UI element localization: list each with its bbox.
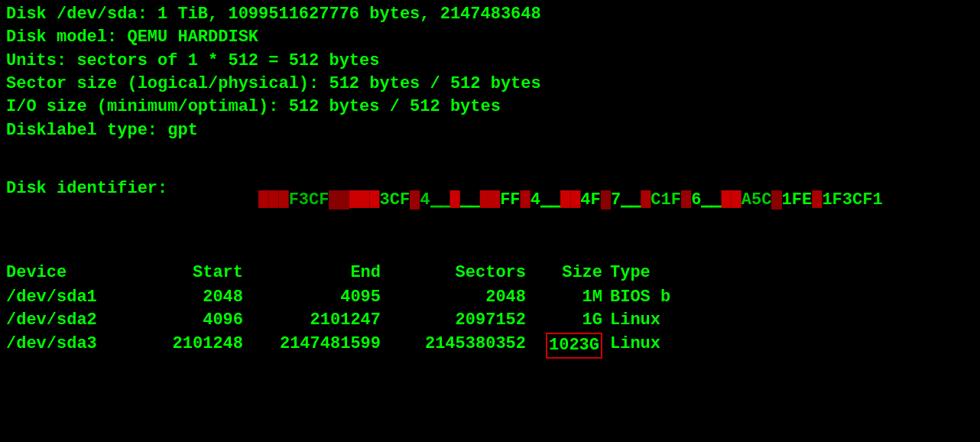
header-type: Type xyxy=(610,262,763,284)
row1-start: 2048 xyxy=(128,286,258,309)
highlighted-size-value: 1023G xyxy=(546,333,602,359)
row1-device: /dev/sda1 xyxy=(6,286,128,309)
row3-size-highlighted: 1023G xyxy=(541,333,610,359)
disk-line-5: I/O size (minimum/optimal): 512 bytes / … xyxy=(6,96,974,119)
row3-device: /dev/sda3 xyxy=(6,333,128,359)
disk-line-1: Disk /dev/sda: 1 TiB, 1099511627776 byte… xyxy=(6,3,974,26)
table-row: /dev/sda1 2048 4095 2048 1M BIOS b xyxy=(6,286,974,309)
table-row: /dev/sda2 4096 2101247 2097152 1G Linux xyxy=(6,309,974,332)
header-device: Device xyxy=(6,262,128,284)
disk-identifier-line: Disk identifier: ███F3CF█████3CF█4⎯⎯█⎯⎯█… xyxy=(6,142,974,235)
disk-info-section: Disk /dev/sda: 1 TiB, 1099511627776 byte… xyxy=(6,3,974,236)
partition-table: Device Start End Sectors Size Type /dev/… xyxy=(6,262,974,359)
row1-size: 1M xyxy=(541,286,610,309)
row2-type: Linux xyxy=(610,309,763,332)
row2-sectors: 2097152 xyxy=(396,309,541,332)
identifier-value: ███F3CF█████3CF█4⎯⎯█⎯⎯██FF█4⎯⎯██4F█7⎯⎯█C… xyxy=(177,142,882,235)
disk-line-2: Disk model: QEMU HARDDISK xyxy=(6,26,974,49)
terminal-window: Disk /dev/sda: 1 TiB, 1099511627776 byte… xyxy=(0,0,980,442)
row3-end: 2147481599 xyxy=(258,333,396,359)
row3-start: 2101248 xyxy=(128,333,258,359)
header-size: Size xyxy=(541,262,610,284)
table-header-row: Device Start End Sectors Size Type xyxy=(6,262,974,284)
header-end: End xyxy=(258,262,396,284)
row2-start: 4096 xyxy=(128,309,258,332)
row2-size: 1G xyxy=(541,309,610,332)
disk-line-3: Units: sectors of 1 * 512 = 512 bytes xyxy=(6,50,974,73)
disk-line-4: Sector size (logical/physical): 512 byte… xyxy=(6,73,974,96)
row1-sectors: 2048 xyxy=(396,286,541,309)
table-row: /dev/sda3 2101248 2147481599 2145380352 … xyxy=(6,333,974,359)
spacer xyxy=(6,245,974,257)
identifier-label: Disk identifier: xyxy=(6,177,177,200)
row1-end: 4095 xyxy=(258,286,396,309)
header-sectors: Sectors xyxy=(396,262,541,284)
row2-device: /dev/sda2 xyxy=(6,309,128,332)
row3-type: Linux xyxy=(610,333,763,359)
row2-end: 2101247 xyxy=(258,309,396,332)
row3-sectors: 2145380352 xyxy=(396,333,541,359)
row1-type: BIOS b xyxy=(610,286,763,309)
disk-line-6: Disklabel type: gpt xyxy=(6,119,974,142)
header-start: Start xyxy=(128,262,258,284)
